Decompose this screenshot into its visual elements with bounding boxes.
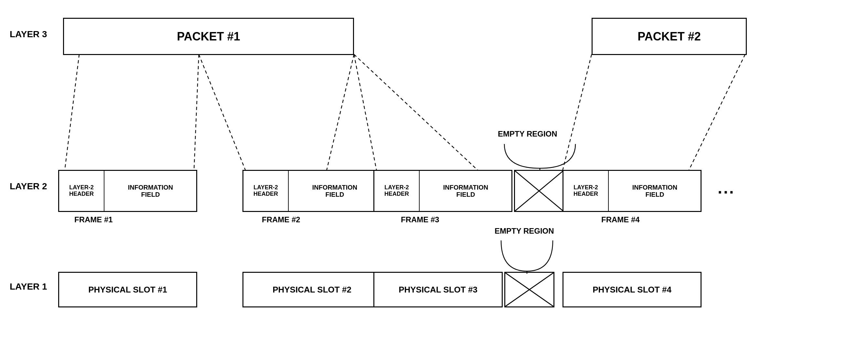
frame4-header: LAYER-2HEADER <box>563 171 609 211</box>
frame2-label: FRAME #2 <box>262 215 300 224</box>
slot4-box: PHYSICAL SLOT #4 <box>562 272 702 307</box>
frame2-header: LAYER-2HEADER <box>243 171 289 211</box>
empty-region-brace-bottom <box>496 239 558 276</box>
frame3-header: LAYER-2HEADER <box>374 171 420 211</box>
diagram: .dash { stroke: #000; stroke-width: 2.5;… <box>0 0 868 354</box>
slot3-empty-box <box>504 272 554 307</box>
frame3-empty-box <box>514 170 564 212</box>
svg-line-0 <box>65 54 79 171</box>
svg-line-2 <box>199 54 246 171</box>
empty-region-brace-top <box>498 142 582 172</box>
dots: ··· <box>718 183 735 202</box>
svg-line-4 <box>354 54 377 171</box>
svg-line-3 <box>327 54 354 171</box>
frame1-box: LAYER-2HEADER INFORMATIONFIELD <box>58 170 197 212</box>
layer1-label: LAYER 1 <box>10 282 47 292</box>
svg-line-1 <box>194 54 199 171</box>
frame4-info: INFORMATIONFIELD <box>609 171 701 211</box>
empty-region-bottom-label: EMPTY REGION <box>495 227 554 236</box>
frame1-label: FRAME #1 <box>74 215 113 224</box>
slot2-box: PHYSICAL SLOT #2 <box>243 272 381 307</box>
empty-region-top-label: EMPTY REGION <box>498 129 557 139</box>
packet2-box: PACKET #2 <box>592 18 747 55</box>
slot3-box: PHYSICAL SLOT #3 <box>373 272 503 307</box>
frame4-box: LAYER-2HEADER INFORMATIONFIELD <box>562 170 702 212</box>
packet1-box: PACKET #1 <box>63 18 354 55</box>
frame4-label: FRAME #4 <box>601 215 640 224</box>
frame1-info: INFORMATIONFIELD <box>104 171 196 211</box>
layer3-label: LAYER 3 <box>10 29 47 39</box>
frame3-box: LAYER-2HEADER INFORMATIONFIELD <box>373 170 513 212</box>
svg-line-5 <box>354 54 478 171</box>
frame3-info: INFORMATIONFIELD <box>420 171 512 211</box>
layer2-label: LAYER 2 <box>10 181 47 191</box>
svg-line-7 <box>689 54 745 171</box>
slot1-box: PHYSICAL SLOT #1 <box>58 272 197 307</box>
frame3-label: FRAME #3 <box>401 215 439 224</box>
frame2-info: INFORMATIONFIELD <box>289 171 381 211</box>
frame1-header: LAYER-2HEADER <box>59 171 104 211</box>
frame2-box: LAYER-2HEADER INFORMATIONFIELD <box>243 170 381 212</box>
